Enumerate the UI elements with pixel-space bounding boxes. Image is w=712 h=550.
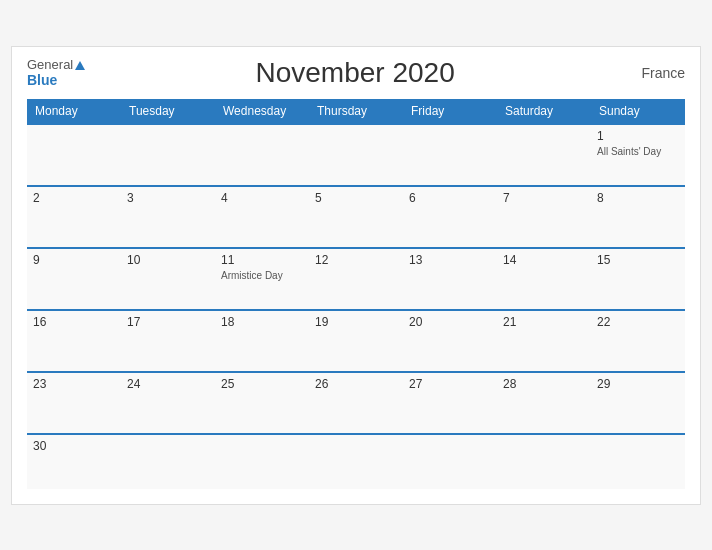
- day-number: 22: [597, 315, 679, 329]
- day-number: 15: [597, 253, 679, 267]
- logo-general-text: General: [27, 57, 85, 72]
- table-row: 29: [591, 372, 685, 434]
- day-number: 23: [33, 377, 115, 391]
- holiday-name: Armistice Day: [221, 269, 303, 282]
- table-row: 5: [309, 186, 403, 248]
- col-monday: Monday: [27, 99, 121, 124]
- day-number: 27: [409, 377, 491, 391]
- day-number: 30: [33, 439, 115, 453]
- day-number: 24: [127, 377, 209, 391]
- logo-blue-text: Blue: [27, 72, 57, 88]
- table-row: [215, 124, 309, 186]
- day-number: 3: [127, 191, 209, 205]
- table-row: 3: [121, 186, 215, 248]
- day-number: 4: [221, 191, 303, 205]
- day-number: 9: [33, 253, 115, 267]
- country-label: France: [625, 65, 685, 81]
- logo-triangle-icon: [75, 61, 85, 70]
- calendar-title: November 2020: [85, 57, 625, 89]
- col-thursday: Thursday: [309, 99, 403, 124]
- table-row: [27, 124, 121, 186]
- day-number: 14: [503, 253, 585, 267]
- table-row: 27: [403, 372, 497, 434]
- day-number: 6: [409, 191, 491, 205]
- day-number: 25: [221, 377, 303, 391]
- table-row: [309, 124, 403, 186]
- col-friday: Friday: [403, 99, 497, 124]
- table-row: 20: [403, 310, 497, 372]
- day-number: 19: [315, 315, 397, 329]
- day-number: 10: [127, 253, 209, 267]
- col-saturday: Saturday: [497, 99, 591, 124]
- day-number: 7: [503, 191, 585, 205]
- day-number: 26: [315, 377, 397, 391]
- table-row: 18: [215, 310, 309, 372]
- calendar-container: General Blue November 2020 France Monday…: [11, 46, 701, 505]
- table-row: [309, 434, 403, 489]
- day-number: 2: [33, 191, 115, 205]
- col-sunday: Sunday: [591, 99, 685, 124]
- table-row: 7: [497, 186, 591, 248]
- header-row: Monday Tuesday Wednesday Thursday Friday…: [27, 99, 685, 124]
- table-row: 22: [591, 310, 685, 372]
- table-row: 26: [309, 372, 403, 434]
- table-row: 10: [121, 248, 215, 310]
- day-number: 29: [597, 377, 679, 391]
- table-row: [497, 434, 591, 489]
- table-row: 2: [27, 186, 121, 248]
- day-number: 8: [597, 191, 679, 205]
- calendar-header: General Blue November 2020 France: [27, 57, 685, 89]
- table-row: 11Armistice Day: [215, 248, 309, 310]
- table-row: 8: [591, 186, 685, 248]
- table-row: 13: [403, 248, 497, 310]
- table-row: 24: [121, 372, 215, 434]
- day-number: 28: [503, 377, 585, 391]
- table-row: [403, 434, 497, 489]
- calendar-grid: Monday Tuesday Wednesday Thursday Friday…: [27, 99, 685, 489]
- day-number: 13: [409, 253, 491, 267]
- week-row-1: 2345678: [27, 186, 685, 248]
- table-row: 19: [309, 310, 403, 372]
- week-row-5: 30: [27, 434, 685, 489]
- table-row: [215, 434, 309, 489]
- table-row: [591, 434, 685, 489]
- table-row: [497, 124, 591, 186]
- holiday-name: All Saints' Day: [597, 145, 679, 158]
- week-row-0: 1All Saints' Day: [27, 124, 685, 186]
- day-number: 12: [315, 253, 397, 267]
- table-row: 4: [215, 186, 309, 248]
- table-row: 12: [309, 248, 403, 310]
- table-row: 16: [27, 310, 121, 372]
- table-row: 1All Saints' Day: [591, 124, 685, 186]
- table-row: 25: [215, 372, 309, 434]
- day-number: 20: [409, 315, 491, 329]
- table-row: 9: [27, 248, 121, 310]
- col-tuesday: Tuesday: [121, 99, 215, 124]
- day-number: 16: [33, 315, 115, 329]
- week-row-3: 16171819202122: [27, 310, 685, 372]
- table-row: 14: [497, 248, 591, 310]
- table-row: [403, 124, 497, 186]
- table-row: 28: [497, 372, 591, 434]
- table-row: [121, 124, 215, 186]
- table-row: 17: [121, 310, 215, 372]
- day-number: 5: [315, 191, 397, 205]
- table-row: [121, 434, 215, 489]
- table-row: 30: [27, 434, 121, 489]
- day-number: 11: [221, 253, 303, 267]
- table-row: 23: [27, 372, 121, 434]
- week-row-2: 91011Armistice Day12131415: [27, 248, 685, 310]
- week-row-4: 23242526272829: [27, 372, 685, 434]
- logo: General Blue: [27, 57, 85, 88]
- day-number: 21: [503, 315, 585, 329]
- day-number: 17: [127, 315, 209, 329]
- table-row: 21: [497, 310, 591, 372]
- col-wednesday: Wednesday: [215, 99, 309, 124]
- table-row: 15: [591, 248, 685, 310]
- table-row: 6: [403, 186, 497, 248]
- day-number: 1: [597, 129, 679, 143]
- day-number: 18: [221, 315, 303, 329]
